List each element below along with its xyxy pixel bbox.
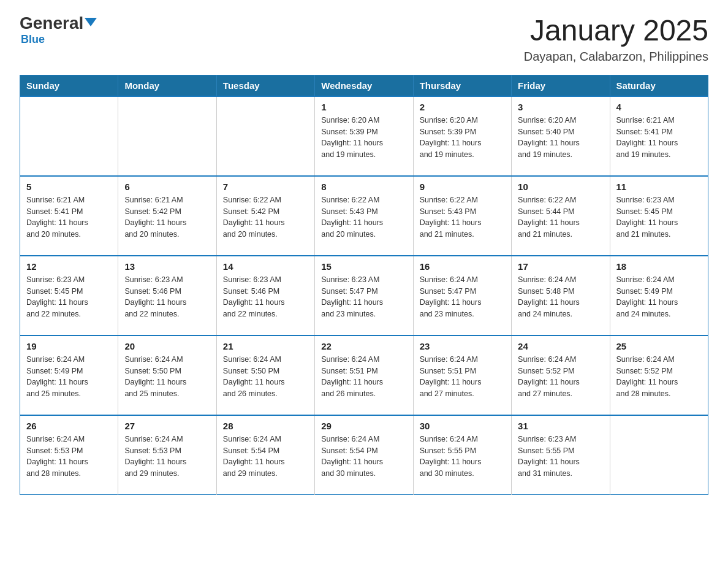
day-number: 5	[26, 182, 112, 192]
calendar-cell: 16Sunrise: 6:24 AMSunset: 5:47 PMDayligh…	[413, 256, 511, 335]
day-number: 2	[420, 102, 505, 112]
day-info: Sunrise: 6:24 AMSunset: 5:54 PMDaylight:…	[321, 434, 406, 480]
day-number: 18	[616, 261, 702, 272]
calendar-cell: 19Sunrise: 6:24 AMSunset: 5:49 PMDayligh…	[20, 335, 118, 415]
day-info: Sunrise: 6:24 AMSunset: 5:53 PMDaylight:…	[26, 434, 112, 480]
calendar-cell: 7Sunrise: 6:22 AMSunset: 5:42 PMDaylight…	[216, 176, 314, 256]
day-info: Sunrise: 6:24 AMSunset: 5:54 PMDaylight:…	[223, 434, 308, 480]
day-info: Sunrise: 6:20 AMSunset: 5:40 PMDaylight:…	[518, 115, 603, 161]
day-of-week-header: Sunday	[20, 75, 118, 96]
calendar-week-row: 12Sunrise: 6:23 AMSunset: 5:45 PMDayligh…	[20, 256, 708, 335]
calendar-cell: 10Sunrise: 6:22 AMSunset: 5:44 PMDayligh…	[512, 176, 610, 256]
calendar-cell: 22Sunrise: 6:24 AMSunset: 5:51 PMDayligh…	[315, 335, 413, 415]
day-of-week-header: Wednesday	[315, 75, 413, 96]
day-info: Sunrise: 6:21 AMSunset: 5:42 PMDaylight:…	[124, 194, 210, 240]
calendar-week-row: 19Sunrise: 6:24 AMSunset: 5:49 PMDayligh…	[20, 335, 708, 415]
day-number: 22	[321, 341, 406, 351]
day-number: 9	[420, 182, 505, 192]
calendar-cell: 23Sunrise: 6:24 AMSunset: 5:51 PMDayligh…	[413, 335, 511, 415]
calendar-cell: 6Sunrise: 6:21 AMSunset: 5:42 PMDaylight…	[118, 176, 216, 256]
page-header: General Blue January 2025 Dayapan, Calab…	[20, 15, 708, 64]
day-info: Sunrise: 6:24 AMSunset: 5:51 PMDaylight:…	[321, 354, 406, 400]
day-of-week-header: Thursday	[413, 75, 511, 96]
calendar-week-row: 26Sunrise: 6:24 AMSunset: 5:53 PMDayligh…	[20, 415, 708, 495]
day-info: Sunrise: 6:23 AMSunset: 5:45 PMDaylight:…	[616, 194, 702, 240]
day-number: 19	[26, 341, 112, 351]
day-info: Sunrise: 6:23 AMSunset: 5:47 PMDaylight:…	[321, 274, 406, 320]
day-number: 24	[518, 341, 603, 351]
day-info: Sunrise: 6:24 AMSunset: 5:51 PMDaylight:…	[420, 354, 505, 400]
day-number: 10	[518, 182, 603, 192]
day-info: Sunrise: 6:24 AMSunset: 5:52 PMDaylight:…	[616, 354, 702, 400]
calendar-cell	[118, 96, 216, 176]
calendar-cell: 29Sunrise: 6:24 AMSunset: 5:54 PMDayligh…	[315, 415, 413, 495]
day-number: 29	[321, 421, 406, 431]
calendar-cell: 12Sunrise: 6:23 AMSunset: 5:45 PMDayligh…	[20, 256, 118, 335]
day-info: Sunrise: 6:24 AMSunset: 5:50 PMDaylight:…	[124, 354, 210, 400]
calendar-cell: 9Sunrise: 6:22 AMSunset: 5:43 PMDaylight…	[413, 176, 511, 256]
page-title: January 2025	[524, 15, 708, 47]
calendar-cell	[216, 96, 314, 176]
day-number: 14	[223, 261, 308, 272]
calendar-cell	[610, 415, 708, 495]
day-number: 3	[518, 102, 603, 112]
day-info: Sunrise: 6:22 AMSunset: 5:44 PMDaylight:…	[518, 194, 603, 240]
calendar-cell: 30Sunrise: 6:24 AMSunset: 5:55 PMDayligh…	[413, 415, 511, 495]
day-number: 28	[223, 421, 308, 431]
day-number: 12	[26, 261, 112, 272]
calendar-cell: 4Sunrise: 6:21 AMSunset: 5:41 PMDaylight…	[610, 96, 708, 176]
calendar-cell: 3Sunrise: 6:20 AMSunset: 5:40 PMDaylight…	[512, 96, 610, 176]
day-number: 17	[518, 261, 603, 272]
calendar-cell: 5Sunrise: 6:21 AMSunset: 5:41 PMDaylight…	[20, 176, 118, 256]
day-info: Sunrise: 6:24 AMSunset: 5:48 PMDaylight:…	[518, 274, 603, 320]
day-info: Sunrise: 6:20 AMSunset: 5:39 PMDaylight:…	[321, 115, 406, 161]
day-info: Sunrise: 6:24 AMSunset: 5:47 PMDaylight:…	[420, 274, 505, 320]
day-info: Sunrise: 6:24 AMSunset: 5:52 PMDaylight:…	[518, 354, 603, 400]
calendar-cell: 18Sunrise: 6:24 AMSunset: 5:49 PMDayligh…	[610, 256, 708, 335]
day-info: Sunrise: 6:22 AMSunset: 5:43 PMDaylight:…	[321, 194, 406, 240]
calendar-week-row: 1Sunrise: 6:20 AMSunset: 5:39 PMDaylight…	[20, 96, 708, 176]
day-info: Sunrise: 6:22 AMSunset: 5:43 PMDaylight:…	[420, 194, 505, 240]
calendar-week-row: 5Sunrise: 6:21 AMSunset: 5:41 PMDaylight…	[20, 176, 708, 256]
day-number: 8	[321, 182, 406, 192]
day-number: 13	[124, 261, 210, 272]
location-subtitle: Dayapan, Calabarzon, Philippines	[524, 50, 708, 64]
calendar-cell: 31Sunrise: 6:23 AMSunset: 5:55 PMDayligh…	[512, 415, 610, 495]
day-number: 16	[420, 261, 505, 272]
day-number: 4	[616, 102, 702, 112]
calendar-cell: 13Sunrise: 6:23 AMSunset: 5:46 PMDayligh…	[118, 256, 216, 335]
day-number: 6	[124, 182, 210, 192]
logo: General Blue	[20, 15, 97, 46]
calendar-cell: 2Sunrise: 6:20 AMSunset: 5:39 PMDaylight…	[413, 96, 511, 176]
day-of-week-header: Tuesday	[216, 75, 314, 96]
day-of-week-header: Monday	[118, 75, 216, 96]
day-info: Sunrise: 6:24 AMSunset: 5:49 PMDaylight:…	[616, 274, 702, 320]
day-number: 31	[518, 421, 603, 431]
calendar-header: SundayMondayTuesdayWednesdayThursdayFrid…	[20, 75, 708, 96]
calendar-body: 1Sunrise: 6:20 AMSunset: 5:39 PMDaylight…	[20, 96, 708, 495]
day-number: 27	[124, 421, 210, 431]
logo-wordmark: General	[20, 15, 97, 32]
day-number: 15	[321, 261, 406, 272]
day-info: Sunrise: 6:24 AMSunset: 5:53 PMDaylight:…	[124, 434, 210, 480]
day-of-week-header: Friday	[512, 75, 610, 96]
day-info: Sunrise: 6:21 AMSunset: 5:41 PMDaylight:…	[616, 115, 702, 161]
calendar-cell: 25Sunrise: 6:24 AMSunset: 5:52 PMDayligh…	[610, 335, 708, 415]
day-info: Sunrise: 6:20 AMSunset: 5:39 PMDaylight:…	[420, 115, 505, 161]
calendar-cell: 15Sunrise: 6:23 AMSunset: 5:47 PMDayligh…	[315, 256, 413, 335]
day-info: Sunrise: 6:23 AMSunset: 5:46 PMDaylight:…	[223, 274, 308, 320]
day-info: Sunrise: 6:24 AMSunset: 5:50 PMDaylight:…	[223, 354, 308, 400]
days-of-week-row: SundayMondayTuesdayWednesdayThursdayFrid…	[20, 75, 708, 96]
calendar-cell: 27Sunrise: 6:24 AMSunset: 5:53 PMDayligh…	[118, 415, 216, 495]
day-info: Sunrise: 6:23 AMSunset: 5:55 PMDaylight:…	[518, 434, 603, 480]
day-number: 20	[124, 341, 210, 351]
day-number: 25	[616, 341, 702, 351]
calendar-cell: 26Sunrise: 6:24 AMSunset: 5:53 PMDayligh…	[20, 415, 118, 495]
day-number: 21	[223, 341, 308, 351]
calendar-cell: 14Sunrise: 6:23 AMSunset: 5:46 PMDayligh…	[216, 256, 314, 335]
calendar-cell: 1Sunrise: 6:20 AMSunset: 5:39 PMDaylight…	[315, 96, 413, 176]
calendar-cell: 20Sunrise: 6:24 AMSunset: 5:50 PMDayligh…	[118, 335, 216, 415]
calendar-cell: 21Sunrise: 6:24 AMSunset: 5:50 PMDayligh…	[216, 335, 314, 415]
day-number: 11	[616, 182, 702, 192]
calendar-cell: 8Sunrise: 6:22 AMSunset: 5:43 PMDaylight…	[315, 176, 413, 256]
